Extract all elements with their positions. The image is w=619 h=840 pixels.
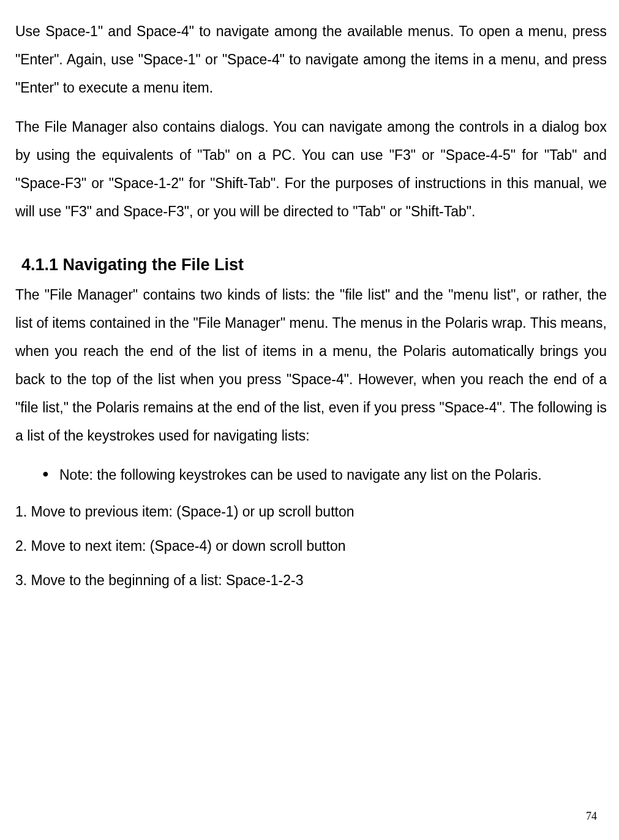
page-number: 74 [586, 805, 597, 827]
numbered-item-3: 3. Move to the beginning of a list: Spac… [15, 566, 607, 594]
numbered-item-1: 1. Move to previous item: (Space-1) or u… [15, 498, 607, 526]
paragraph-intro-1: Use Space-1" and Space-4" to navigate am… [15, 17, 607, 102]
note-bullet: Note: the following keystrokes can be us… [42, 461, 607, 489]
numbered-item-2: 2. Move to next item: (Space-4) or down … [15, 532, 607, 560]
paragraph-intro-2: The File Manager also contains dialogs. … [15, 113, 607, 225]
section-body: The "File Manager" contains two kinds of… [15, 281, 607, 450]
section-heading: 4.1.1 Navigating the File List [21, 254, 607, 277]
